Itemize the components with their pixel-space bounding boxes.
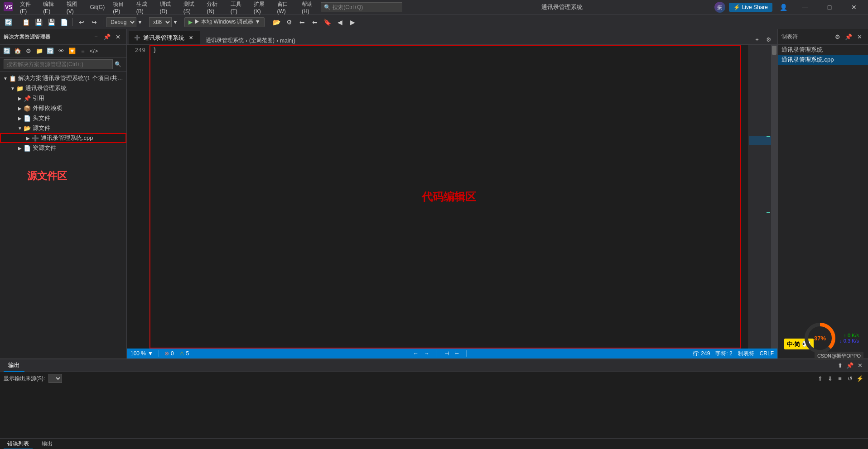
right-close-btn[interactable]: ✕ — [854, 32, 864, 42]
menu-edit[interactable]: 编辑(E) — [39, 0, 62, 16]
add-tab-btn[interactable]: + — [752, 34, 762, 44]
settings-btn[interactable]: ⚙ — [24, 46, 34, 56]
code-btn[interactable]: </> — [89, 46, 99, 56]
live-share-button[interactable]: ⚡ Live Share — [729, 3, 772, 12]
bookmark-button[interactable]: 🔖 — [322, 17, 333, 28]
search-input[interactable] — [4, 59, 113, 69]
right-settings-btn[interactable]: ⚙ — [833, 32, 843, 42]
scrollbar-thumb[interactable] — [772, 46, 776, 55]
tree-item-extern[interactable]: ▶ 📦 外部依赖项 — [0, 103, 126, 113]
status-indent-right[interactable]: ⊢ — [454, 350, 459, 357]
right-pin-btn[interactable]: 📌 — [844, 32, 854, 42]
undo-button[interactable]: ↩ — [76, 17, 87, 28]
debug-config-dropdown[interactable]: Debug ▼ — [106, 17, 143, 27]
menu-debug[interactable]: 调试(D) — [156, 0, 179, 16]
tree-item-refs[interactable]: ▶ 📌 引用 — [0, 93, 126, 103]
tree-item-resources[interactable]: ▶ 📄 资源文件 — [0, 143, 126, 153]
tree-item-project[interactable]: ▼ 📁 通讯录管理系统 — [0, 83, 126, 93]
tree-item-solution[interactable]: ▼ 📋 解决方案'通讯录管理系统'(1 个项目/共 1 个) — [0, 73, 126, 83]
status-col[interactable]: 字符: 2 — [715, 350, 732, 358]
menu-test[interactable]: 测试(S) — [180, 0, 203, 16]
output-more-btn[interactable]: ⚡ — [855, 374, 864, 383]
nav-right-btn[interactable]: → — [424, 350, 429, 357]
status-line[interactable]: 行: 249 — [693, 350, 710, 358]
title-search-placeholder[interactable]: 搜索(Ctrl+Q) — [333, 4, 363, 11]
zoom-label: 100 % — [130, 350, 146, 357]
restore-button[interactable]: □ — [819, 0, 840, 14]
minimize-button[interactable]: — — [795, 0, 815, 14]
open-folder-button[interactable]: 📂 — [271, 17, 282, 28]
output-filter-btn[interactable]: ⇑ — [815, 374, 825, 383]
right-panel-item-project[interactable]: 通讯录管理系统 — [778, 45, 868, 55]
account-icon[interactable]: 👤 — [776, 2, 791, 13]
redo-button[interactable]: ↪ — [89, 17, 100, 28]
add-item-button[interactable]: 📋 — [20, 17, 31, 28]
save-file-button[interactable]: 📄 — [58, 17, 69, 28]
sync-btn[interactable]: 🔄 — [2, 46, 12, 56]
sidebar-collapse-btn[interactable]: − — [91, 32, 101, 42]
save-button[interactable]: 💾 — [33, 17, 44, 28]
nav-forward-button[interactable]: ⬅ — [309, 17, 320, 28]
save-all-button[interactable]: 💾 — [46, 17, 57, 28]
tree-item-headers[interactable]: ▶ 📄 头文件 — [0, 113, 126, 123]
nav-prev-button[interactable]: ◀ — [335, 17, 346, 28]
status-warnings[interactable]: ⚠ 5 — [179, 350, 189, 357]
code-content[interactable]: } 代码编辑区 — [149, 45, 748, 349]
nav-back-button[interactable]: ⬅ — [297, 17, 308, 28]
output-expand-btn[interactable]: ⬆ — [835, 361, 844, 370]
menu-view[interactable]: 视图(V) — [63, 0, 86, 16]
folder-btn[interactable]: 📁 — [34, 46, 44, 56]
settings-btn2[interactable]: ⚙ — [764, 34, 774, 44]
menu-extensions[interactable]: 扩展(X) — [250, 0, 273, 16]
tree-item-sources[interactable]: ▼ 📂 源文件 — [0, 123, 126, 133]
user-avatar[interactable]: 振 — [714, 2, 725, 13]
menu-help[interactable]: 帮助(H) — [298, 0, 321, 16]
right-panel: 制表符 ⚙ 📌 ✕ 通讯录管理系统 通讯录管理系统.cpp — [777, 29, 868, 358]
menu-build[interactable]: 生成(B) — [133, 0, 155, 16]
platform-dropdown[interactable]: x86 ▼ — [149, 17, 178, 27]
nav-left-btn[interactable]: ← — [413, 350, 419, 357]
search-submit-icon[interactable]: 🔍 — [113, 59, 123, 69]
status-encoding[interactable]: 制表符 — [738, 350, 754, 358]
tree-item-main-cpp[interactable]: ▶ ➕ 通讯录管理系统.cpp — [0, 133, 126, 143]
output-source-select[interactable] — [48, 374, 62, 383]
bottom-status-tab-errors[interactable]: 错误列表 — [4, 439, 33, 449]
filter-btn[interactable]: 🔽 — [67, 46, 77, 56]
status-eol[interactable]: CRLF — [760, 350, 774, 357]
new-file-button[interactable]: 🔄 — [3, 17, 14, 28]
close-button[interactable]: ✕ — [844, 0, 864, 14]
show-all-btn[interactable]: 👁 — [56, 46, 66, 56]
output-close-btn[interactable]: ✕ — [855, 361, 864, 370]
tab-main-cpp[interactable]: ➕ 通讯录管理系统 ✕ — [129, 31, 200, 44]
platform-select[interactable]: x86 — [149, 17, 172, 27]
menu-git[interactable]: Git(G) — [87, 2, 109, 12]
status-indent-left[interactable]: ⊣ — [444, 350, 449, 357]
properties-button[interactable]: ⚙ — [284, 17, 295, 28]
output-pin-btn[interactable]: 📌 — [845, 361, 854, 370]
output-indent-btn[interactable]: ⇓ — [825, 374, 834, 383]
refresh-btn[interactable]: 🔄 — [45, 46, 55, 56]
collapse-all-btn[interactable]: ≡ — [78, 46, 88, 56]
menu-file[interactable]: 文件(F) — [16, 0, 39, 16]
run-debugger-button[interactable]: ▶ ▶ 本地 Windows 调试器 ▼ — [184, 17, 265, 27]
menu-window[interactable]: 窗口(W) — [274, 0, 298, 16]
nav-next-button[interactable]: ▶ — [347, 17, 358, 28]
menu-project[interactable]: 项目(P) — [109, 0, 132, 16]
sidebar-close-btn[interactable]: ✕ — [113, 32, 123, 42]
tab-output[interactable]: 输出 — [4, 359, 24, 372]
vertical-scrollbar[interactable] — [771, 45, 777, 349]
right-item-project-label: 通讯录管理系统 — [781, 46, 823, 54]
output-align-btn[interactable]: ≡ — [835, 374, 844, 383]
debug-config-select[interactable]: Debug — [106, 17, 136, 27]
output-reset-btn[interactable]: ↺ — [845, 374, 854, 383]
status-zoom[interactable]: 100 % ▼ — [130, 350, 153, 357]
sidebar-pin-btn[interactable]: 📌 — [102, 32, 112, 42]
menu-analyze[interactable]: 分析(N) — [203, 0, 226, 16]
right-panel-item-cpp[interactable]: 通讯录管理系统.cpp — [778, 55, 868, 65]
home-btn[interactable]: 🏠 — [13, 46, 23, 56]
bottom-status-tab-output[interactable]: 输出 — [38, 439, 56, 449]
title-bar: VS 文件(F) 编辑(E) 视图(V) Git(G) 项目(P) 生成(B) … — [0, 0, 868, 14]
tab-close-btn[interactable]: ✕ — [187, 34, 194, 42]
menu-tools[interactable]: 工具(T) — [227, 0, 249, 16]
status-errors[interactable]: ⊗ 0 — [164, 350, 174, 357]
